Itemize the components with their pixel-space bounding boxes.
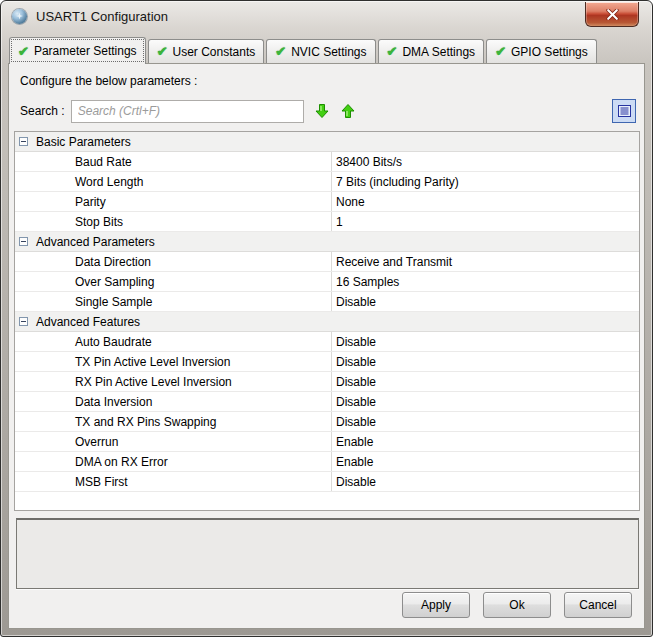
param-value[interactable]: Receive and Transmit bbox=[331, 252, 639, 271]
search-previous-button[interactable] bbox=[340, 103, 356, 119]
parameter-settings-panel: Configure the below parameters : Search … bbox=[8, 63, 645, 629]
param-value[interactable]: 38400 Bits/s bbox=[331, 152, 639, 171]
table-row[interactable]: Data InversionDisable bbox=[15, 392, 639, 412]
table-row[interactable]: Data DirectionReceive and Transmit bbox=[15, 252, 639, 272]
param-value[interactable]: 7 Bits (including Parity) bbox=[331, 172, 639, 191]
check-icon: ✔ bbox=[157, 44, 168, 59]
check-icon: ✔ bbox=[495, 44, 506, 59]
description-panel bbox=[16, 518, 639, 589]
section-title: Advanced Features bbox=[36, 315, 140, 329]
window-title: USART1 Configuration bbox=[36, 9, 168, 24]
search-next-button[interactable] bbox=[314, 103, 330, 119]
usart1-configuration-window: USART1 Configuration ✔Parameter Settings… bbox=[0, 0, 653, 637]
param-value[interactable]: Disable bbox=[331, 372, 639, 391]
list-view-icon bbox=[617, 104, 632, 118]
section-title: Advanced Parameters bbox=[36, 235, 155, 249]
table-row[interactable]: Single SampleDisable bbox=[15, 292, 639, 312]
param-value[interactable]: Enable bbox=[331, 432, 639, 451]
minus-glyph bbox=[21, 141, 26, 142]
instruction-text: Configure the below parameters : bbox=[20, 74, 641, 88]
tab-parameter-settings[interactable]: ✔Parameter Settings bbox=[9, 37, 146, 64]
param-name: Parity bbox=[15, 195, 331, 209]
tab-strip: ✔Parameter Settings✔User Constants✔NVIC … bbox=[8, 31, 645, 63]
param-value[interactable]: Disable bbox=[331, 392, 639, 411]
minus-glyph bbox=[21, 321, 26, 322]
close-icon bbox=[606, 9, 619, 20]
collapse-minus-icon[interactable] bbox=[19, 137, 28, 146]
column-view-button[interactable] bbox=[612, 99, 636, 123]
dialog-body: ✔Parameter Settings✔User Constants✔NVIC … bbox=[8, 31, 645, 629]
section-title: Basic Parameters bbox=[36, 135, 131, 149]
table-row[interactable]: OverrunEnable bbox=[15, 432, 639, 452]
button-row: Apply Ok Cancel bbox=[12, 592, 641, 628]
param-value[interactable]: Enable bbox=[331, 452, 639, 471]
param-value[interactable]: Disable bbox=[331, 352, 639, 371]
apply-button[interactable]: Apply bbox=[402, 592, 470, 618]
param-name: Overrun bbox=[15, 435, 331, 449]
param-value[interactable]: Disable bbox=[331, 332, 639, 351]
ok-button[interactable]: Ok bbox=[483, 592, 551, 618]
table-row[interactable]: Baud Rate38400 Bits/s bbox=[15, 152, 639, 172]
table-row[interactable]: ParityNone bbox=[15, 192, 639, 212]
param-name: Stop Bits bbox=[15, 215, 331, 229]
table-empty-area bbox=[15, 492, 639, 510]
minus-glyph bbox=[21, 241, 26, 242]
tab-label: NVIC Settings bbox=[291, 45, 366, 59]
arrow-down-icon bbox=[314, 103, 330, 119]
table-row[interactable]: TX and RX Pins SwappingDisable bbox=[15, 412, 639, 432]
param-name: RX Pin Active Level Inversion bbox=[15, 375, 331, 389]
collapse-minus-icon[interactable] bbox=[19, 317, 28, 326]
table-row[interactable]: Stop Bits1 bbox=[15, 212, 639, 232]
param-name: Auto Baudrate bbox=[15, 335, 331, 349]
tab-label: User Constants bbox=[173, 45, 256, 59]
tab-user-constants[interactable]: ✔User Constants bbox=[148, 39, 265, 63]
table-row[interactable]: Auto BaudrateDisable bbox=[15, 332, 639, 352]
section-row-advanced-features[interactable]: Advanced Features bbox=[15, 312, 639, 332]
param-name: Data Inversion bbox=[15, 395, 331, 409]
param-value[interactable]: None bbox=[331, 192, 639, 211]
close-button[interactable] bbox=[585, 2, 639, 27]
table-row[interactable]: RX Pin Active Level InversionDisable bbox=[15, 372, 639, 392]
section-row-basic-parameters[interactable]: Basic Parameters bbox=[15, 132, 639, 152]
table-row[interactable]: DMA on RX ErrorEnable bbox=[15, 452, 639, 472]
param-name: MSB First bbox=[15, 475, 331, 489]
param-name: Over Sampling bbox=[15, 275, 331, 289]
param-name: TX Pin Active Level Inversion bbox=[15, 355, 331, 369]
check-icon: ✔ bbox=[387, 44, 398, 59]
param-value[interactable]: Disable bbox=[331, 292, 639, 311]
param-value[interactable]: 16 Samples bbox=[331, 272, 639, 291]
check-icon: ✔ bbox=[275, 44, 286, 59]
param-value[interactable]: Disable bbox=[331, 412, 639, 431]
search-input[interactable] bbox=[71, 100, 304, 123]
app-icon bbox=[12, 9, 27, 24]
table-row[interactable]: MSB FirstDisable bbox=[15, 472, 639, 492]
parameters-table: Basic ParametersBaud Rate38400 Bits/sWor… bbox=[14, 131, 640, 511]
search-row: Search : bbox=[20, 98, 636, 124]
param-name: DMA on RX Error bbox=[15, 455, 331, 469]
param-name: Baud Rate bbox=[15, 155, 331, 169]
collapse-minus-icon[interactable] bbox=[19, 237, 28, 246]
param-name: TX and RX Pins Swapping bbox=[15, 415, 331, 429]
param-value[interactable]: Disable bbox=[331, 472, 639, 491]
tab-nvic-settings[interactable]: ✔NVIC Settings bbox=[266, 39, 375, 63]
table-row[interactable]: Word Length7 Bits (including Parity) bbox=[15, 172, 639, 192]
tab-gpio-settings[interactable]: ✔GPIO Settings bbox=[486, 39, 597, 63]
tab-label: GPIO Settings bbox=[511, 45, 588, 59]
param-value[interactable]: 1 bbox=[331, 212, 639, 231]
table-row[interactable]: Over Sampling16 Samples bbox=[15, 272, 639, 292]
tab-dma-settings[interactable]: ✔DMA Settings bbox=[378, 39, 485, 63]
table-row[interactable]: TX Pin Active Level InversionDisable bbox=[15, 352, 639, 372]
cancel-button[interactable]: Cancel bbox=[564, 592, 632, 618]
section-row-advanced-parameters[interactable]: Advanced Parameters bbox=[15, 232, 639, 252]
param-name: Word Length bbox=[15, 175, 331, 189]
arrow-up-icon bbox=[340, 103, 356, 119]
param-name: Data Direction bbox=[15, 255, 331, 269]
titlebar[interactable]: USART1 Configuration bbox=[1, 1, 652, 31]
tab-label: Parameter Settings bbox=[34, 44, 137, 58]
tab-label: DMA Settings bbox=[402, 45, 475, 59]
param-name: Single Sample bbox=[15, 295, 331, 309]
search-label: Search : bbox=[20, 104, 65, 118]
check-icon: ✔ bbox=[18, 44, 29, 59]
